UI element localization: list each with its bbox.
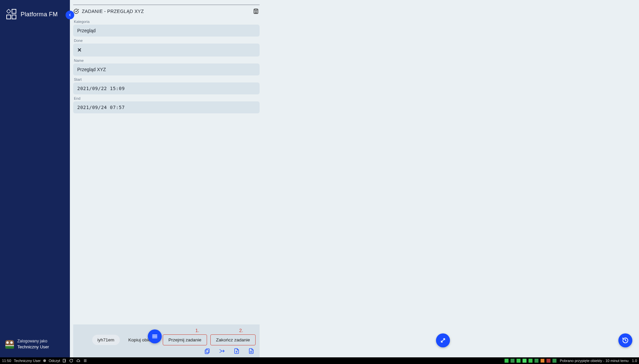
field-name-label: Name bbox=[73, 59, 260, 62]
svg-rect-1 bbox=[255, 9, 257, 11]
field-kategoria[interactable]: Przegląd bbox=[73, 25, 260, 37]
file-text-icon[interactable] bbox=[248, 348, 254, 354]
svg-rect-14 bbox=[63, 359, 66, 362]
sidebar-collapse-button[interactable] bbox=[66, 11, 74, 19]
divider bbox=[73, 5, 260, 5]
fab-expand-button[interactable] bbox=[436, 333, 450, 347]
take-task-button[interactable]: Przejmij zadanie bbox=[163, 334, 207, 345]
fab-history-button[interactable] bbox=[618, 333, 632, 347]
task-check-icon bbox=[73, 8, 79, 14]
page-title: ZADANIE - PRZEGLĄD XYZ bbox=[82, 9, 144, 14]
svg-line-13 bbox=[441, 339, 445, 342]
svg-rect-5 bbox=[205, 350, 208, 354]
field-start[interactable]: 2021/09/22 15:09 bbox=[73, 82, 260, 94]
finish-task-button[interactable]: Zakończ zadanie bbox=[210, 334, 256, 345]
status-tray-icons bbox=[505, 359, 556, 363]
merge-icon[interactable] bbox=[219, 348, 225, 354]
field-name[interactable]: Przegląd XYZ bbox=[73, 63, 260, 75]
svg-rect-4 bbox=[206, 349, 209, 353]
status-bar: 11:50 Techniczny User Odczyt Pobrano prz… bbox=[0, 357, 639, 364]
field-done-label: Done bbox=[73, 39, 260, 43]
task-footer: 1. 2. iyh71em Kopiuj obiekt Przejmij zad… bbox=[73, 324, 260, 357]
status-dot-icon bbox=[43, 359, 46, 362]
status-version: 1.0 bbox=[632, 359, 637, 363]
field-done[interactable]: ✕ bbox=[73, 44, 260, 57]
status-refresh-icon[interactable] bbox=[69, 359, 73, 363]
sidebar: Platforma FM Zalogowany jako Techniczny … bbox=[0, 0, 70, 357]
username: Techniczny User bbox=[17, 344, 49, 350]
file-plus-icon[interactable] bbox=[234, 348, 240, 354]
status-cloud-icon[interactable] bbox=[76, 359, 81, 363]
avatar bbox=[5, 340, 14, 349]
app-brand: Platforma FM bbox=[21, 11, 58, 18]
field-start-label: Start bbox=[73, 77, 260, 81]
status-message: Pobrano przypięte obiekty - 10 minut tem… bbox=[560, 359, 629, 363]
clipboard-icon[interactable] bbox=[204, 348, 210, 354]
content-area: ZADANIE - PRZEGLĄD XYZ Kategoria Przeglą… bbox=[70, 0, 639, 357]
annotation-1: 1. bbox=[195, 328, 199, 333]
task-code-chip[interactable]: iyh71em bbox=[92, 335, 120, 345]
status-exit-icon[interactable] bbox=[63, 359, 67, 363]
annotation-2: 2. bbox=[239, 328, 243, 333]
status-list-icon[interactable] bbox=[83, 359, 87, 363]
save-icon[interactable] bbox=[253, 8, 259, 14]
status-time: 11:50 bbox=[2, 359, 11, 363]
field-end-label: End bbox=[73, 96, 260, 100]
status-user: Techniczny User bbox=[14, 359, 41, 363]
task-panel: ZADANIE - PRZEGLĄD XYZ Kategoria Przeglą… bbox=[73, 0, 260, 357]
fab-menu-button[interactable] bbox=[148, 329, 162, 343]
field-end[interactable]: 2021/09/24 07:57 bbox=[73, 101, 260, 113]
app-logo bbox=[6, 9, 17, 20]
field-kategoria-label: Kategoria bbox=[73, 20, 260, 24]
logged-as-label: Zalogowany jako bbox=[17, 338, 49, 344]
status-mode: Odczyt bbox=[49, 359, 60, 363]
